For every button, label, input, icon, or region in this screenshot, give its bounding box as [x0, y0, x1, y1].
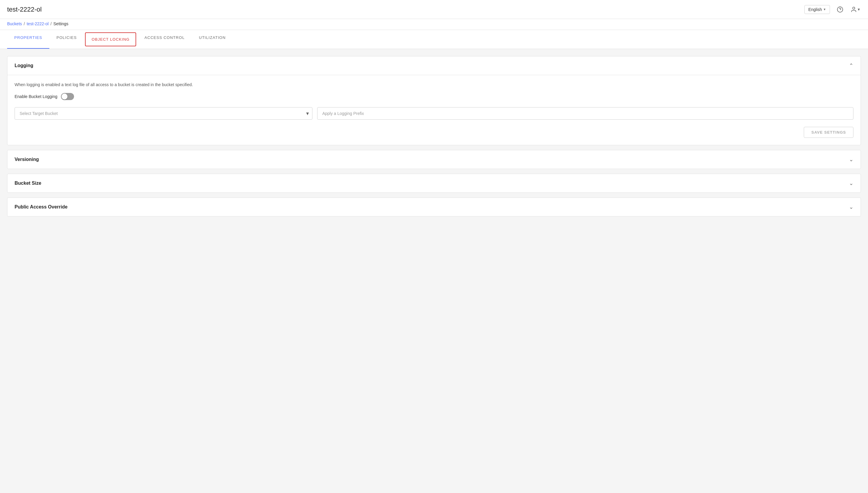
logging-prefix-field [317, 107, 853, 120]
target-bucket-field: Select Target Bucket ▾ [15, 107, 312, 120]
logging-chevron-icon: ⌃ [849, 62, 853, 69]
person-icon [850, 6, 857, 13]
bucket-size-section: Bucket Size ⌄ [7, 174, 861, 193]
public-access-section-title: Public Access Override [15, 204, 67, 210]
breadcrumb-current: Settings [54, 21, 69, 26]
public-access-chevron-icon: ⌄ [849, 204, 853, 210]
bucket-size-section-title: Bucket Size [15, 180, 41, 186]
logging-section-body: When logging is enabled a text log file … [7, 75, 861, 145]
top-header: test-2222-ol English ▼ ▼ [0, 0, 868, 19]
target-bucket-select[interactable]: Select Target Bucket [15, 107, 312, 120]
breadcrumb-bucket-name[interactable]: test-2222-ol [27, 21, 49, 26]
bucket-size-section-header[interactable]: Bucket Size ⌄ [7, 174, 861, 192]
language-label: English [808, 7, 822, 12]
versioning-section-title: Versioning [15, 157, 39, 162]
lang-chevron-icon: ▼ [823, 8, 826, 11]
tab-access-control[interactable]: ACCESS CONTROL [137, 30, 192, 49]
versioning-section-header[interactable]: Versioning ⌄ [7, 150, 861, 169]
breadcrumb-sep2: / [50, 21, 52, 26]
logging-prefix-input[interactable] [317, 107, 853, 120]
breadcrumb-buckets[interactable]: Buckets [7, 21, 22, 26]
logging-section-title: Logging [15, 63, 33, 68]
main-content: Logging ⌃ When logging is enabled a text… [0, 49, 868, 493]
versioning-section: Versioning ⌄ [7, 150, 861, 169]
select-wrapper: Select Target Bucket ▾ [15, 107, 312, 120]
versioning-chevron-icon: ⌄ [849, 156, 853, 163]
user-button[interactable]: ▼ [850, 4, 861, 15]
breadcrumb-sep1: / [24, 21, 25, 26]
public-access-section: Public Access Override ⌄ [7, 197, 861, 216]
save-settings-button[interactable]: SAVE SETTINGS [804, 127, 853, 138]
tab-object-locking[interactable]: OBJECT LOCKING [85, 33, 136, 46]
tab-utilization[interactable]: UTILIZATION [192, 30, 233, 49]
svg-point-0 [838, 6, 843, 12]
toggle-label: Enable Bucket Logging [15, 94, 57, 99]
enable-logging-toggle[interactable] [61, 93, 74, 100]
svg-point-2 [852, 7, 855, 9]
toggle-track [61, 93, 74, 100]
logging-section-header[interactable]: Logging ⌃ [7, 57, 861, 75]
help-circle-icon [837, 6, 843, 13]
user-chevron-icon: ▼ [857, 7, 861, 12]
help-button[interactable] [835, 4, 845, 15]
tab-properties[interactable]: PROPERTIES [7, 30, 49, 49]
toggle-thumb [62, 93, 67, 100]
header-right: English ▼ ▼ [804, 4, 861, 15]
breadcrumb: Buckets / test-2222-ol / Settings [0, 19, 868, 30]
toggle-row: Enable Bucket Logging [15, 93, 853, 100]
tabs-bar: PROPERTIES POLICIES OBJECT LOCKING ACCES… [0, 30, 868, 49]
language-selector[interactable]: English ▼ [804, 5, 830, 14]
bucket-size-chevron-icon: ⌄ [849, 180, 853, 187]
page-title: test-2222-ol [7, 6, 42, 13]
public-access-section-header[interactable]: Public Access Override ⌄ [7, 198, 861, 216]
logging-form-row: Select Target Bucket ▾ [15, 107, 853, 120]
save-row: SAVE SETTINGS [15, 127, 853, 138]
logging-description: When logging is enabled a text log file … [15, 82, 853, 87]
tab-policies[interactable]: POLICIES [49, 30, 84, 49]
logging-section: Logging ⌃ When logging is enabled a text… [7, 56, 861, 145]
